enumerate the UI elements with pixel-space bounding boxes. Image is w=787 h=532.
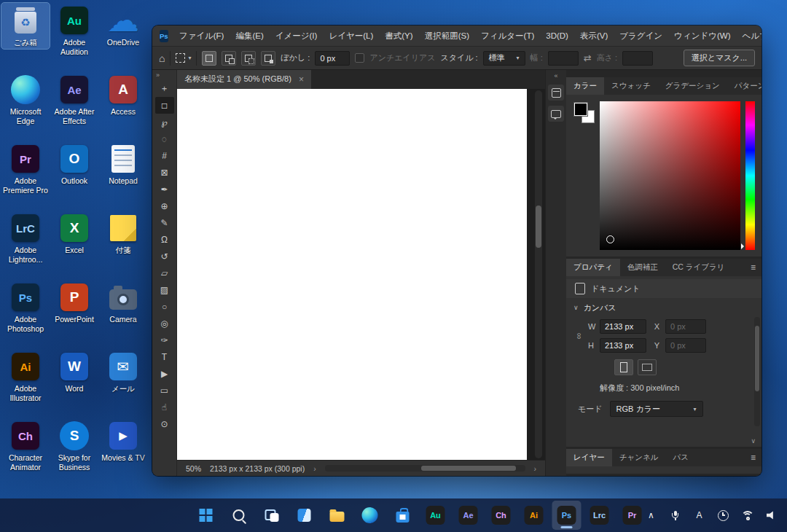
width-field[interactable] bbox=[548, 51, 579, 66]
hidden-icons-chevron[interactable]: ∧ bbox=[640, 504, 662, 527]
hue-slider-marker[interactable] bbox=[741, 243, 747, 249]
menu-item[interactable]: 編集(E) bbox=[230, 26, 269, 46]
lightroom-button[interactable]: Lrc bbox=[585, 501, 614, 530]
menu-item[interactable]: イメージ(I) bbox=[270, 26, 324, 46]
height-field[interactable] bbox=[622, 51, 653, 66]
clock-icon[interactable] bbox=[712, 504, 735, 527]
photoshop-button[interactable]: Ps bbox=[552, 501, 582, 530]
character-animator[interactable]: ChCharacter Animator bbox=[1, 418, 50, 473]
close-icon[interactable]: × bbox=[299, 74, 304, 85]
link-dimensions-icon[interactable]: ∞ bbox=[574, 330, 584, 342]
properties-scrollbar-thumb[interactable] bbox=[755, 326, 759, 391]
scroll-right-chevron[interactable]: › bbox=[534, 464, 537, 473]
pen-tool[interactable]: ✑ bbox=[155, 332, 174, 348]
microsoft-edge[interactable]: Microsoft Edge bbox=[1, 72, 50, 127]
canvas-width-field[interactable]: 2133 px bbox=[600, 319, 646, 334]
layers-tab[interactable]: パス bbox=[665, 449, 696, 466]
menu-item[interactable]: ファイル(F) bbox=[173, 26, 230, 46]
canvas-height-field[interactable]: 2133 px bbox=[600, 338, 646, 353]
recycle-bin[interactable]: ♻ごみ箱 bbox=[1, 3, 50, 49]
new-selection-button[interactable] bbox=[202, 51, 216, 66]
adobe-premiere-pro[interactable]: PrAdobe Premiere Pro bbox=[1, 141, 50, 196]
dodge-tool[interactable]: ◎ bbox=[155, 315, 174, 332]
outlook[interactable]: OOutlook bbox=[50, 141, 98, 187]
microphone-icon[interactable] bbox=[664, 504, 686, 527]
menu-item[interactable]: 選択範囲(S) bbox=[419, 26, 475, 46]
sticky-notes[interactable]: 付箋 bbox=[99, 211, 147, 257]
widgets-button[interactable] bbox=[290, 501, 319, 530]
status-popup-chevron[interactable]: › bbox=[313, 464, 316, 473]
file-explorer-button[interactable] bbox=[323, 501, 352, 530]
properties-tab[interactable]: CC ライブラリ bbox=[665, 259, 732, 276]
ime-indicator[interactable]: A bbox=[688, 504, 710, 527]
canvas-section-header[interactable]: ∨ カンバス bbox=[573, 298, 754, 317]
vertical-scrollbar-thumb[interactable] bbox=[536, 206, 541, 248]
subtract-from-selection-button[interactable] bbox=[241, 51, 256, 66]
panel-menu-icon[interactable]: ≡ bbox=[745, 449, 761, 466]
object-selection-tool[interactable]: ◌ bbox=[155, 130, 174, 147]
document-properties-row[interactable]: ドキュメント bbox=[566, 279, 761, 298]
skype-for-business[interactable]: SSkype for Business bbox=[50, 418, 98, 473]
comments-panel-icon[interactable] bbox=[548, 106, 564, 122]
menu-item[interactable]: ヘルプ(H) bbox=[736, 26, 761, 46]
search-button[interactable] bbox=[224, 501, 254, 530]
eraser-tool[interactable]: ▱ bbox=[155, 265, 174, 281]
menu-item[interactable]: フィルター(T) bbox=[475, 26, 540, 46]
color-tab[interactable]: パターン bbox=[727, 77, 761, 95]
crop-tool[interactable]: # bbox=[155, 147, 174, 164]
orientation-landscape-button[interactable] bbox=[638, 359, 657, 375]
color-tab[interactable]: スウォッチ bbox=[604, 77, 658, 95]
eyedropper-tool[interactable]: ✒ bbox=[155, 181, 174, 197]
orientation-portrait-button[interactable] bbox=[614, 359, 633, 375]
adobe-after-effects[interactable]: AeAdobe After Effects bbox=[50, 72, 98, 127]
movies-tv[interactable]: ▶Movies & TV bbox=[99, 418, 147, 464]
notepad[interactable]: Notepad bbox=[99, 141, 147, 187]
add-to-selection-button[interactable] bbox=[222, 51, 236, 66]
swap-dimensions-icon[interactable]: ⇄ bbox=[584, 52, 592, 63]
clone-stamp-tool[interactable]: Ω bbox=[155, 231, 174, 248]
onedrive[interactable]: ☁OneDrive bbox=[99, 3, 147, 49]
edge-button[interactable] bbox=[356, 501, 385, 530]
hue-slider[interactable] bbox=[745, 101, 755, 250]
intersect-selection-button[interactable] bbox=[261, 51, 275, 66]
zoom-tool[interactable]: ⊙ bbox=[155, 415, 174, 432]
dock-collapse-chevron[interactable]: « bbox=[554, 72, 557, 79]
type-tool[interactable]: T bbox=[155, 348, 174, 365]
horizontal-scrollbar-thumb[interactable] bbox=[421, 466, 516, 471]
powerpoint[interactable]: PPowerPoint bbox=[50, 280, 98, 326]
adobe-illustrator[interactable]: AiAdobe Illustrator bbox=[1, 349, 50, 404]
move-tool[interactable]: ＋ bbox=[155, 80, 174, 97]
properties-tab[interactable]: 色調補正 bbox=[620, 259, 665, 276]
menu-item[interactable]: 3D(D) bbox=[540, 26, 574, 46]
frame-tool[interactable]: ⊠ bbox=[155, 164, 174, 181]
history-brush-tool[interactable]: ↺ bbox=[155, 248, 174, 265]
canvas-x-field[interactable]: 0 px bbox=[665, 319, 706, 334]
vertical-scrollbar[interactable] bbox=[535, 90, 542, 458]
foreground-color-swatch[interactable] bbox=[574, 103, 587, 116]
feather-field[interactable]: 0 px bbox=[315, 51, 350, 66]
menu-item[interactable]: レイヤー(L) bbox=[323, 26, 379, 46]
properties-scrollbar[interactable] bbox=[754, 317, 760, 426]
properties-tab[interactable]: プロパティ bbox=[566, 259, 620, 276]
mode-select[interactable]: RGB カラー ▾ bbox=[610, 401, 703, 417]
layers-tab[interactable]: チャンネル bbox=[612, 449, 666, 466]
lasso-tool[interactable]: ℘ bbox=[155, 114, 174, 130]
panel-menu-icon[interactable]: ≡ bbox=[745, 259, 761, 276]
titlebar[interactable]: Ps ファイル(F)編集(E)イメージ(I)レイヤー(L)書式(Y)選択範囲(S… bbox=[152, 26, 761, 46]
mail[interactable]: ✉メール bbox=[99, 349, 147, 395]
select-and-mask-button[interactable]: 選択とマスク... bbox=[684, 50, 755, 66]
illustrator-button[interactable]: Ai bbox=[520, 501, 549, 530]
access[interactable]: AAccess bbox=[99, 72, 147, 118]
task-view-button[interactable] bbox=[257, 501, 286, 530]
color-tab[interactable]: カラー bbox=[566, 77, 604, 95]
adobe-photoshop[interactable]: PsAdobe Photoshop bbox=[1, 280, 50, 335]
document-tab[interactable]: 名称未設定 1 @ 50% (RGB/8) × bbox=[177, 70, 311, 89]
hand-tool[interactable]: ☝ bbox=[155, 399, 174, 415]
style-select[interactable]: 標準 ▾ bbox=[483, 51, 525, 66]
audition-button[interactable]: Au bbox=[421, 501, 450, 530]
wifi-icon[interactable] bbox=[736, 504, 759, 527]
volume-icon[interactable] bbox=[760, 504, 783, 527]
canvas-y-field[interactable]: 0 px bbox=[665, 338, 706, 353]
adobe-audition[interactable]: AuAdobe Audition bbox=[50, 3, 98, 58]
adobe-lightroom-classic[interactable]: LrCAdobe Lightroo... bbox=[1, 211, 50, 265]
